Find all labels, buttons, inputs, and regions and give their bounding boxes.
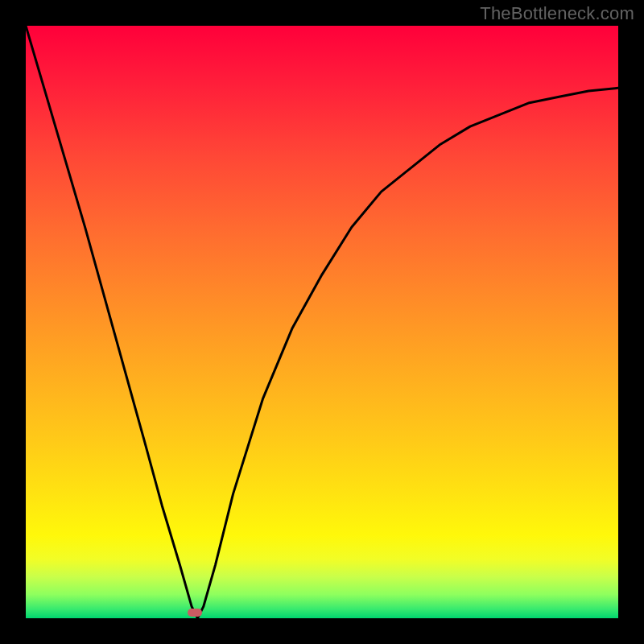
min-marker-pill xyxy=(188,609,202,617)
chart-frame: TheBottleneck.com xyxy=(0,0,644,644)
bottleneck-curve xyxy=(26,26,618,618)
watermark-text: TheBottleneck.com xyxy=(480,3,634,24)
plot-area xyxy=(26,26,618,618)
